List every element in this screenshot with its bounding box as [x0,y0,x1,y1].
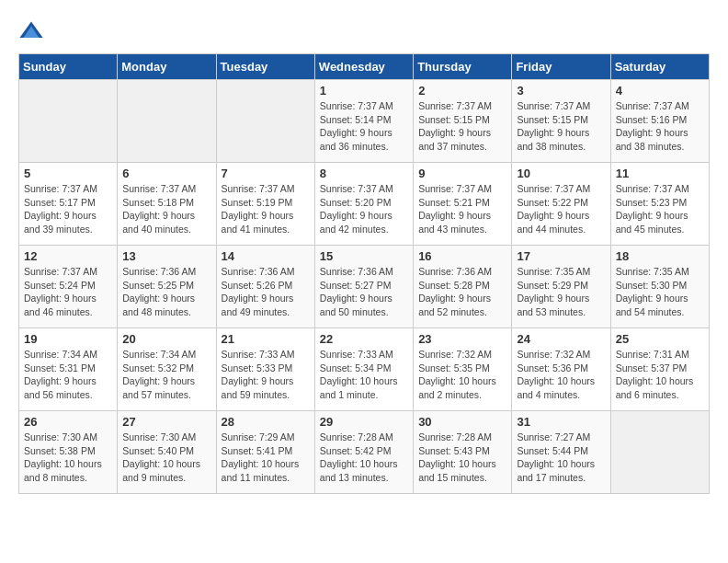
day-info: Sunrise: 7:37 AM Sunset: 5:22 PM Dayligh… [517,182,605,236]
calendar-day: 3Sunrise: 7:37 AM Sunset: 5:15 PM Daylig… [512,80,610,163]
calendar-day: 27Sunrise: 7:30 AM Sunset: 5:40 PM Dayli… [118,411,216,494]
weekday-header: Wednesday [314,54,413,80]
day-info: Sunrise: 7:34 AM Sunset: 5:31 PM Dayligh… [24,348,112,402]
calendar-day: 8Sunrise: 7:37 AM Sunset: 5:20 PM Daylig… [314,163,413,246]
day-info: Sunrise: 7:28 AM Sunset: 5:43 PM Dayligh… [418,431,506,485]
header-row: SundayMondayTuesdayWednesdayThursdayFrid… [19,54,710,80]
calendar-day: 16Sunrise: 7:36 AM Sunset: 5:28 PM Dayli… [414,246,512,328]
day-number: 13 [122,249,210,263]
day-info: Sunrise: 7:33 AM Sunset: 5:34 PM Dayligh… [320,348,408,402]
weekday-header: Thursday [414,54,512,80]
day-number: 19 [24,332,112,346]
day-number: 14 [222,249,310,263]
calendar-day: 9Sunrise: 7:37 AM Sunset: 5:21 PM Daylig… [414,163,512,246]
day-number: 11 [616,167,704,180]
calendar-day: 11Sunrise: 7:37 AM Sunset: 5:23 PM Dayli… [610,163,709,246]
calendar-day: 18Sunrise: 7:35 AM Sunset: 5:30 PM Dayli… [610,246,709,328]
calendar-day: 30Sunrise: 7:28 AM Sunset: 5:43 PM Dayli… [414,411,512,494]
weekday-header: Friday [512,54,610,80]
calendar-day: 19Sunrise: 7:34 AM Sunset: 5:31 PM Dayli… [19,328,118,411]
day-info: Sunrise: 7:29 AM Sunset: 5:41 PM Dayligh… [222,431,310,485]
day-number: 16 [418,249,506,263]
day-number: 12 [24,249,112,263]
day-number: 21 [222,332,310,346]
day-info: Sunrise: 7:34 AM Sunset: 5:32 PM Dayligh… [122,348,210,402]
calendar-day: 13Sunrise: 7:36 AM Sunset: 5:25 PM Dayli… [118,246,216,328]
day-info: Sunrise: 7:36 AM Sunset: 5:27 PM Dayligh… [320,265,408,319]
day-number: 24 [517,332,605,346]
calendar-day: 26Sunrise: 7:30 AM Sunset: 5:38 PM Dayli… [19,411,118,494]
logo-icon [18,18,44,44]
day-info: Sunrise: 7:37 AM Sunset: 5:21 PM Dayligh… [418,182,506,236]
day-info: Sunrise: 7:36 AM Sunset: 5:26 PM Dayligh… [222,265,310,319]
calendar-day: 10Sunrise: 7:37 AM Sunset: 5:22 PM Dayli… [512,163,610,246]
calendar-day: 7Sunrise: 7:37 AM Sunset: 5:19 PM Daylig… [216,163,314,246]
day-info: Sunrise: 7:37 AM Sunset: 5:15 PM Dayligh… [517,99,605,154]
day-info: Sunrise: 7:31 AM Sunset: 5:37 PM Dayligh… [616,348,704,402]
day-number: 30 [418,415,506,429]
calendar-day: 22Sunrise: 7:33 AM Sunset: 5:34 PM Dayli… [314,328,413,411]
day-info: Sunrise: 7:30 AM Sunset: 5:40 PM Dayligh… [122,431,210,485]
calendar-header: SundayMondayTuesdayWednesdayThursdayFrid… [19,54,710,80]
calendar-day: 2Sunrise: 7:37 AM Sunset: 5:15 PM Daylig… [414,80,512,163]
calendar-day: 25Sunrise: 7:31 AM Sunset: 5:37 PM Dayli… [610,328,709,411]
day-number: 2 [418,84,506,98]
day-number: 17 [517,249,605,263]
day-number: 9 [418,167,506,180]
calendar-week: 1Sunrise: 7:37 AM Sunset: 5:14 PM Daylig… [19,80,710,163]
calendar-body: 1Sunrise: 7:37 AM Sunset: 5:14 PM Daylig… [19,80,710,494]
logo [18,18,48,44]
day-number: 20 [122,332,210,346]
day-info: Sunrise: 7:27 AM Sunset: 5:44 PM Dayligh… [517,431,605,485]
day-info: Sunrise: 7:33 AM Sunset: 5:33 PM Dayligh… [222,348,310,402]
calendar-week: 12Sunrise: 7:37 AM Sunset: 5:24 PM Dayli… [19,246,710,328]
calendar-day: 28Sunrise: 7:29 AM Sunset: 5:41 PM Dayli… [216,411,314,494]
calendar-day [216,80,314,163]
day-number: 8 [320,167,408,180]
day-info: Sunrise: 7:30 AM Sunset: 5:38 PM Dayligh… [24,431,112,485]
calendar-day [118,80,216,163]
calendar-week: 19Sunrise: 7:34 AM Sunset: 5:31 PM Dayli… [19,328,710,411]
day-number: 10 [517,167,605,180]
weekday-header: Monday [118,54,216,80]
calendar-day: 4Sunrise: 7:37 AM Sunset: 5:16 PM Daylig… [610,80,709,163]
day-info: Sunrise: 7:32 AM Sunset: 5:36 PM Dayligh… [517,348,605,402]
calendar-day: 29Sunrise: 7:28 AM Sunset: 5:42 PM Dayli… [314,411,413,494]
day-info: Sunrise: 7:37 AM Sunset: 5:16 PM Dayligh… [616,99,704,154]
calendar-day: 24Sunrise: 7:32 AM Sunset: 5:36 PM Dayli… [512,328,610,411]
weekday-header: Tuesday [216,54,314,80]
calendar-day: 31Sunrise: 7:27 AM Sunset: 5:44 PM Dayli… [512,411,610,494]
calendar-day: 17Sunrise: 7:35 AM Sunset: 5:29 PM Dayli… [512,246,610,328]
calendar-day: 20Sunrise: 7:34 AM Sunset: 5:32 PM Dayli… [118,328,216,411]
day-info: Sunrise: 7:32 AM Sunset: 5:35 PM Dayligh… [418,348,506,402]
day-number: 7 [222,167,310,180]
day-info: Sunrise: 7:28 AM Sunset: 5:42 PM Dayligh… [320,431,408,485]
weekday-header: Sunday [19,54,118,80]
calendar-day [19,80,118,163]
calendar-day: 12Sunrise: 7:37 AM Sunset: 5:24 PM Dayli… [19,246,118,328]
day-number: 26 [24,415,112,429]
day-number: 4 [616,84,704,98]
calendar-day [610,411,709,494]
day-info: Sunrise: 7:37 AM Sunset: 5:23 PM Dayligh… [616,182,704,236]
day-number: 28 [222,415,310,429]
calendar-day: 6Sunrise: 7:37 AM Sunset: 5:18 PM Daylig… [118,163,216,246]
weekday-header: Saturday [610,54,709,80]
day-number: 15 [320,249,408,263]
day-number: 23 [418,332,506,346]
day-number: 25 [616,332,704,346]
calendar-day: 23Sunrise: 7:32 AM Sunset: 5:35 PM Dayli… [414,328,512,411]
day-info: Sunrise: 7:35 AM Sunset: 5:29 PM Dayligh… [517,265,605,319]
calendar-day: 15Sunrise: 7:36 AM Sunset: 5:27 PM Dayli… [314,246,413,328]
day-number: 6 [122,167,210,180]
day-number: 18 [616,249,704,263]
calendar-day: 1Sunrise: 7:37 AM Sunset: 5:14 PM Daylig… [314,80,413,163]
day-number: 29 [320,415,408,429]
day-info: Sunrise: 7:36 AM Sunset: 5:28 PM Dayligh… [418,265,506,319]
calendar-day: 21Sunrise: 7:33 AM Sunset: 5:33 PM Dayli… [216,328,314,411]
calendar-week: 26Sunrise: 7:30 AM Sunset: 5:38 PM Dayli… [19,411,710,494]
day-info: Sunrise: 7:37 AM Sunset: 5:18 PM Dayligh… [122,182,210,236]
day-info: Sunrise: 7:37 AM Sunset: 5:15 PM Dayligh… [418,99,506,154]
day-number: 31 [517,415,605,429]
day-info: Sunrise: 7:37 AM Sunset: 5:24 PM Dayligh… [24,265,112,319]
